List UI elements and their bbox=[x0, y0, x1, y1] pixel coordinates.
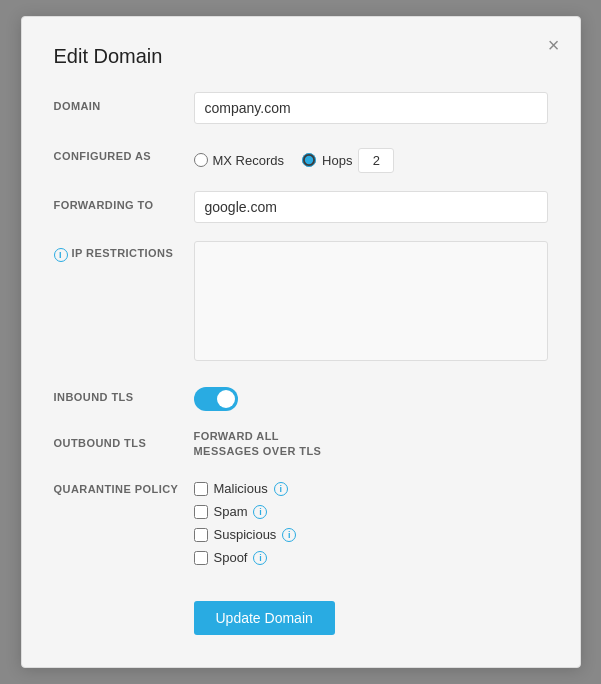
outbound-tls-description: FORWARD ALL MESSAGES OVER TLS bbox=[194, 429, 548, 460]
inbound-tls-control bbox=[194, 383, 548, 411]
domain-row: DOMAIN bbox=[54, 92, 548, 124]
inbound-tls-label: INBOUND TLS bbox=[54, 383, 194, 403]
forwarding-to-control bbox=[194, 191, 548, 223]
configured-as-label: CONFIGURED AS bbox=[54, 142, 194, 162]
malicious-option[interactable]: Malicious i bbox=[194, 481, 548, 496]
toggle-slider bbox=[194, 387, 238, 411]
quarantine-policy-label: QUARANTINE POLICY bbox=[54, 477, 194, 495]
edit-domain-modal: Edit Domain × DOMAIN CONFIGURED AS MX Re… bbox=[21, 16, 581, 669]
inbound-tls-row: INBOUND TLS bbox=[54, 383, 548, 411]
quarantine-policy-row: QUARANTINE POLICY Malicious i Spam i Sus… bbox=[54, 477, 548, 565]
suspicious-checkbox[interactable] bbox=[194, 528, 208, 542]
forwarding-to-label: FORWARDING TO bbox=[54, 191, 194, 211]
ip-restrictions-textarea[interactable] bbox=[194, 241, 548, 361]
suspicious-label: Suspicious bbox=[214, 527, 277, 542]
ip-restrictions-label: IP RESTRICTIONS bbox=[72, 247, 174, 259]
spam-label: Spam bbox=[214, 504, 248, 519]
spoof-info-icon[interactable]: i bbox=[253, 551, 267, 565]
close-button[interactable]: × bbox=[548, 35, 560, 55]
malicious-info-icon[interactable]: i bbox=[274, 482, 288, 496]
domain-input[interactable] bbox=[194, 92, 548, 124]
outbound-tls-control: FORWARD ALL MESSAGES OVER TLS bbox=[194, 429, 548, 460]
forwarding-to-row: FORWARDING TO bbox=[54, 191, 548, 223]
ip-restrictions-info-icon[interactable]: i bbox=[54, 248, 68, 262]
domain-label: DOMAIN bbox=[54, 92, 194, 112]
spoof-option[interactable]: Spoof i bbox=[194, 550, 548, 565]
update-domain-button[interactable]: Update Domain bbox=[194, 601, 335, 635]
outbound-tls-row: OUTBOUND TLS FORWARD ALL MESSAGES OVER T… bbox=[54, 429, 548, 460]
malicious-checkbox[interactable] bbox=[194, 482, 208, 496]
quarantine-policy-control: Malicious i Spam i Suspicious i Spoof i bbox=[194, 477, 548, 565]
configured-as-control: MX Records Hops bbox=[194, 142, 548, 173]
ip-restrictions-row: i IP RESTRICTIONS bbox=[54, 241, 548, 365]
hops-input[interactable] bbox=[358, 148, 394, 173]
mx-records-option[interactable]: MX Records bbox=[194, 153, 285, 168]
spam-info-icon[interactable]: i bbox=[253, 505, 267, 519]
suspicious-option[interactable]: Suspicious i bbox=[194, 527, 548, 542]
hops-radio[interactable] bbox=[302, 153, 316, 167]
outbound-tls-line2: MESSAGES OVER TLS bbox=[194, 445, 322, 457]
spam-option[interactable]: Spam i bbox=[194, 504, 548, 519]
domain-control bbox=[194, 92, 548, 124]
modal-title: Edit Domain bbox=[54, 45, 548, 68]
forwarding-to-input[interactable] bbox=[194, 191, 548, 223]
ip-restrictions-label-wrapper: i IP RESTRICTIONS bbox=[54, 241, 194, 262]
hops-label: Hops bbox=[322, 153, 352, 168]
spam-checkbox[interactable] bbox=[194, 505, 208, 519]
mx-records-label: MX Records bbox=[213, 153, 285, 168]
spoof-checkbox[interactable] bbox=[194, 551, 208, 565]
configured-as-row: CONFIGURED AS MX Records Hops bbox=[54, 142, 548, 173]
malicious-label: Malicious bbox=[214, 481, 268, 496]
mx-records-radio[interactable] bbox=[194, 153, 208, 167]
outbound-tls-line1: FORWARD ALL bbox=[194, 430, 280, 442]
hops-option[interactable]: Hops bbox=[302, 148, 394, 173]
ip-restrictions-control bbox=[194, 241, 548, 365]
inbound-tls-toggle[interactable] bbox=[194, 387, 238, 411]
outbound-tls-label: OUTBOUND TLS bbox=[54, 429, 194, 449]
suspicious-info-icon[interactable]: i bbox=[282, 528, 296, 542]
spoof-label: Spoof bbox=[214, 550, 248, 565]
quarantine-checkboxes: Malicious i Spam i Suspicious i Spoof i bbox=[194, 477, 548, 565]
